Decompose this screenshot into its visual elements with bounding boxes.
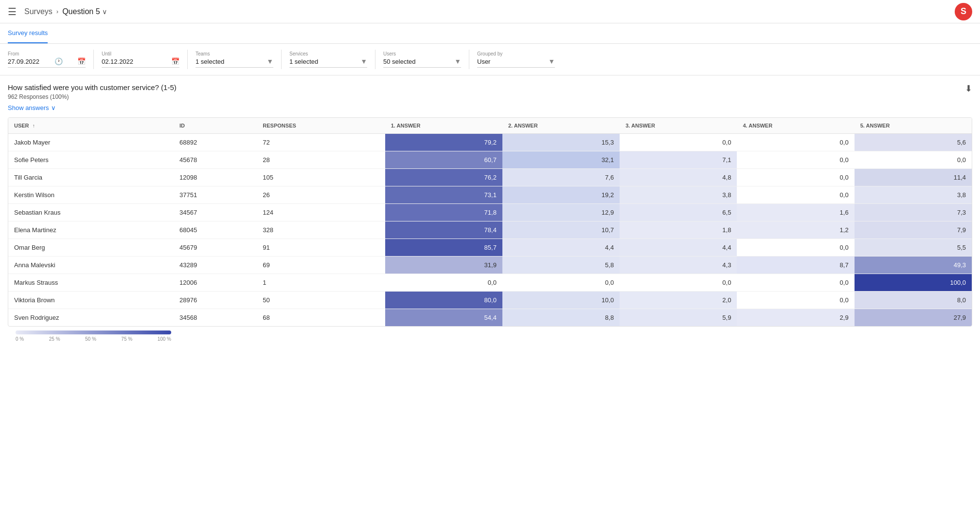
cell-answer-3: 7,1: [620, 151, 737, 169]
cell-answer-1: 0,0: [385, 274, 502, 292]
cell-answer-3: 2,0: [620, 292, 737, 309]
cell-answer-1: 54,4: [385, 309, 502, 327]
tab-survey-results[interactable]: Survey results: [8, 23, 48, 43]
show-answers-label: Show answers: [8, 104, 49, 111]
filter-from-clock-icon[interactable]: 🕐: [54, 57, 63, 65]
cell-id: 43289: [174, 257, 257, 274]
page-title-chevron[interactable]: ∨: [102, 8, 107, 16]
filter-divider-3: [281, 50, 282, 69]
col-header-id: ID: [174, 118, 257, 134]
surveys-link[interactable]: Surveys: [24, 7, 53, 16]
cell-answer-4: 8,7: [737, 257, 854, 274]
cell-answer-4: 1,6: [737, 204, 854, 221]
legend-label: 75 %: [121, 336, 132, 342]
col-header-responses: RESPONSES: [257, 118, 385, 134]
cell-answer-5: 7,3: [855, 204, 972, 221]
filter-grouped-by-chevron-icon[interactable]: ▼: [548, 57, 555, 65]
cell-answer-5: 49,3: [855, 257, 972, 274]
question-title: How satisfied were you with customer ser…: [8, 83, 965, 92]
table-header-row: USER ↑ ID RESPONSES 1. ANSWER 2. ANSWER …: [8, 118, 972, 134]
cell-answer-2: 4,4: [502, 239, 620, 257]
menu-icon[interactable]: ☰: [8, 6, 17, 18]
cell-responses: 69: [257, 257, 385, 274]
cell-responses: 91: [257, 239, 385, 257]
page-title: Question 5: [62, 7, 100, 16]
cell-id: 68892: [174, 134, 257, 151]
cell-answer-2: 19,2: [502, 186, 620, 204]
cell-answer-1: 31,9: [385, 257, 502, 274]
col-header-answer5: 5. ANSWER: [855, 118, 972, 134]
cell-answer-1: 76,2: [385, 169, 502, 186]
export-button[interactable]: ⬇: [965, 83, 972, 94]
cell-user: Anna Malevski: [8, 257, 174, 274]
cell-id: 45678: [174, 151, 257, 169]
filter-until: Until 02.12.2022 📅: [102, 51, 179, 68]
cell-user: Sofie Peters: [8, 151, 174, 169]
filter-from-label: From: [8, 51, 86, 56]
filter-until-calendar-icon[interactable]: 📅: [171, 57, 179, 65]
filter-teams-chevron-icon[interactable]: ▼: [267, 57, 273, 65]
filter-teams-label: Teams: [196, 51, 273, 56]
cell-answer-4: 0,0: [737, 292, 854, 309]
cell-answer-5: 3,8: [855, 186, 972, 204]
filter-users-value: 50 selected: [383, 58, 416, 65]
filter-from-calendar-icon[interactable]: 📅: [77, 57, 86, 65]
filter-divider-5: [469, 50, 469, 69]
col-header-answer4: 4. ANSWER: [737, 118, 854, 134]
cell-id: 45679: [174, 239, 257, 257]
breadcrumb-sep: ›: [56, 8, 58, 15]
cell-id: 68045: [174, 221, 257, 239]
cell-answer-4: 0,0: [737, 134, 854, 151]
table-row: Markus Strauss1200610,00,00,00,0100,0: [8, 274, 972, 292]
cell-answer-3: 5,9: [620, 309, 737, 327]
cell-answer-3: 6,5: [620, 204, 737, 221]
cell-answer-4: 0,0: [737, 274, 854, 292]
cell-id: 28976: [174, 292, 257, 309]
cell-answer-4: 0,0: [737, 151, 854, 169]
cell-answer-1: 85,7: [385, 239, 502, 257]
cell-user: Kerstin Wilson: [8, 186, 174, 204]
table-row: Omar Berg456799185,74,44,40,05,5: [8, 239, 972, 257]
table-row: Jakob Mayer688927279,215,30,00,05,6: [8, 134, 972, 151]
table-row: Kerstin Wilson377512673,119,23,80,03,8: [8, 186, 972, 204]
response-count: 962 Responses (100%): [8, 93, 965, 100]
cell-answer-5: 0,0: [855, 151, 972, 169]
cell-responses: 26: [257, 186, 385, 204]
cell-answer-5: 11,4: [855, 169, 972, 186]
cell-answer-3: 1,8: [620, 221, 737, 239]
cell-answer-5: 7,9: [855, 221, 972, 239]
filter-users-chevron-icon[interactable]: ▼: [454, 57, 461, 65]
cell-user: Viktoria Brown: [8, 292, 174, 309]
cell-responses: 105: [257, 169, 385, 186]
legend-label: 100 %: [158, 336, 171, 342]
filter-services: Services 1 selected ▼: [289, 51, 367, 68]
filter-services-chevron-icon[interactable]: ▼: [360, 57, 367, 65]
cell-answer-4: 0,0: [737, 186, 854, 204]
cell-user: Elena Martinez: [8, 221, 174, 239]
cell-id: 12006: [174, 274, 257, 292]
filter-until-value: 02.12.2022: [102, 58, 133, 65]
cell-user: Till Garcia: [8, 169, 174, 186]
filter-grouped-by-label: Grouped by: [477, 51, 555, 56]
cell-answer-4: 0,0: [737, 169, 854, 186]
filter-services-label: Services: [289, 51, 367, 56]
cell-answer-4: 0,0: [737, 239, 854, 257]
cell-answer-2: 7,6: [502, 169, 620, 186]
sort-icon-user: ↑: [33, 123, 35, 128]
show-answers-button[interactable]: Show answers ∨: [8, 104, 965, 111]
filter-divider-1: [93, 50, 94, 69]
cell-user: Sven Rodriguez: [8, 309, 174, 327]
cell-answer-3: 4,4: [620, 239, 737, 257]
filter-divider-4: [375, 50, 375, 69]
cell-answer-5: 5,6: [855, 134, 972, 151]
cell-answer-2: 12,9: [502, 204, 620, 221]
cell-answer-2: 5,8: [502, 257, 620, 274]
cell-responses: 1: [257, 274, 385, 292]
table-row: Anna Malevski432896931,95,84,38,749,3: [8, 257, 972, 274]
cell-answer-1: 71,8: [385, 204, 502, 221]
cell-user: Omar Berg: [8, 239, 174, 257]
col-header-user[interactable]: USER ↑: [8, 118, 174, 134]
cell-answer-2: 10,7: [502, 221, 620, 239]
filters-bar: From 27.09.2022 🕐 📅 Until 02.12.2022 📅 T…: [0, 44, 980, 75]
cell-user: Markus Strauss: [8, 274, 174, 292]
